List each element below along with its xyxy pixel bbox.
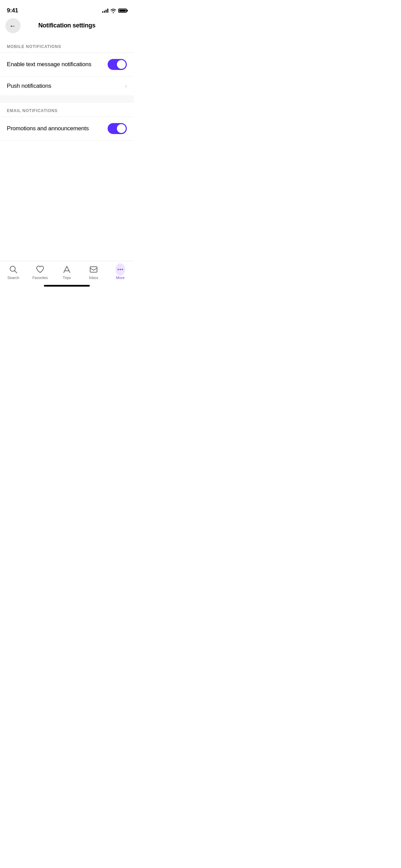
svg-rect-3 (90, 267, 97, 272)
svg-line-1 (15, 271, 17, 273)
nav-item-trips[interactable]: Trips (57, 265, 77, 280)
promotions-row: Promotions and announcements (0, 117, 134, 141)
email-notifications-section: EMAIL NOTIFICATIONS Promotions and annou… (0, 103, 134, 141)
heart-icon (35, 265, 45, 274)
back-arrow-icon: ← (9, 22, 16, 29)
text-notifications-row: Enable text message notifications (0, 52, 134, 76)
favorites-label: Favorites (32, 276, 48, 280)
push-notifications-label: Push notifications (7, 83, 51, 89)
nav-item-favorites[interactable]: Favorites (30, 265, 50, 280)
home-indicator (44, 285, 90, 287)
trips-icon (62, 265, 72, 274)
nav-item-inbox[interactable]: Inbox (83, 265, 104, 280)
more-icon (116, 265, 125, 274)
text-notifications-toggle[interactable] (108, 59, 127, 70)
search-label: Search (8, 276, 20, 280)
inbox-icon (89, 265, 98, 274)
status-icons (102, 9, 127, 13)
text-notifications-label: Enable text message notifications (7, 61, 92, 68)
status-time: 9:41 (7, 7, 18, 14)
svg-point-6 (122, 269, 123, 270)
signal-icon (102, 9, 108, 13)
status-bar: 9:41 (0, 0, 134, 16)
email-notifications-header: EMAIL NOTIFICATIONS (0, 103, 134, 117)
mobile-notifications-header: MOBILE NOTIFICATIONS (0, 39, 134, 52)
svg-point-5 (120, 269, 121, 270)
settings-content: MOBILE NOTIFICATIONS Enable text message… (0, 33, 134, 141)
push-notifications-row[interactable]: Push notifications › (0, 76, 134, 96)
toggle-knob (117, 60, 126, 69)
battery-icon (118, 9, 127, 13)
inbox-label: Inbox (89, 276, 98, 280)
nav-header: ← Notification settings (0, 18, 134, 33)
nav-item-more[interactable]: More (110, 265, 131, 280)
promotions-toggle[interactable] (108, 123, 127, 134)
svg-point-4 (118, 269, 119, 270)
toggle-knob-promotions (117, 124, 126, 133)
chevron-icon: › (125, 83, 127, 89)
section-separator (0, 96, 134, 103)
wifi-icon (110, 9, 116, 13)
mobile-notifications-section: MOBILE NOTIFICATIONS Enable text message… (0, 39, 134, 96)
nav-item-search[interactable]: Search (3, 265, 24, 280)
trips-label: Trips (63, 276, 71, 280)
search-icon (9, 265, 18, 274)
back-button[interactable]: ← (5, 18, 21, 33)
page-title: Notification settings (38, 22, 96, 29)
more-label: More (116, 276, 124, 280)
promotions-label: Promotions and announcements (7, 125, 89, 132)
